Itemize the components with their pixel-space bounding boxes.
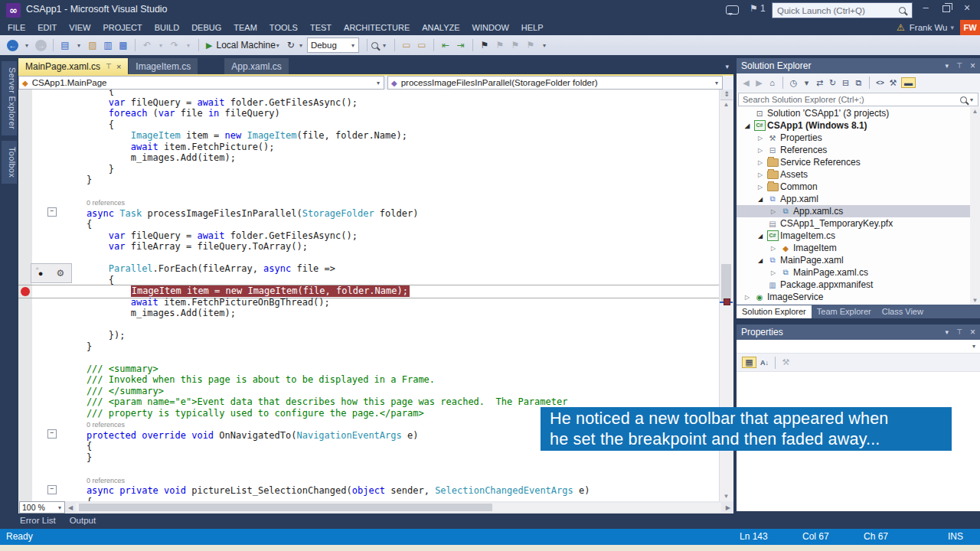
next-bookmark-icon[interactable]: ⚑	[510, 40, 521, 51]
code-line[interactable]: foreach (var file in fileQuery)	[18, 108, 720, 119]
scroll-down-icon[interactable]: ▼	[970, 297, 980, 304]
breakpoint-icon[interactable]	[21, 287, 30, 296]
scroll-up-icon[interactable]: ▲	[720, 101, 733, 108]
window-position-dropdown-icon[interactable]: ▾	[946, 328, 949, 336]
quick-launch-input[interactable]: Quick Launch (Ctrl+Q)	[772, 2, 913, 18]
menu-architecture[interactable]: ARCHITECTURE	[338, 20, 416, 35]
tool-tab-toolbox[interactable]: Toolbox	[2, 141, 17, 184]
code-line[interactable]: async private void pictureList_Selection…	[18, 485, 720, 497]
redo-dropdown-icon[interactable]: ▾	[183, 42, 194, 49]
code-line[interactable]: }	[18, 164, 720, 175]
document-tab-app.xaml.cs[interactable]: App.xaml.cs	[224, 58, 288, 74]
close-icon[interactable]: ×	[970, 60, 975, 71]
open-file-icon[interactable]: ▨	[87, 40, 98, 51]
scroll-right-icon[interactable]: ▶	[723, 504, 733, 511]
solution-explorer-title-bar[interactable]: Solution Explorer ▾ ⊤ ×	[737, 58, 980, 73]
outline-collapse-box[interactable]: −	[47, 485, 57, 494]
expanded-arrow-icon[interactable]: ◢	[741, 122, 753, 129]
toolbar-overflow-icon[interactable]: ▾	[539, 42, 550, 49]
tree-item-imageservice[interactable]: ▷◉ImageService	[737, 291, 980, 303]
scroll-up-icon[interactable]: ▲	[970, 108, 980, 115]
code-line[interactable]: var fileQuery = await folder.GetFilesAsy…	[18, 230, 720, 242]
collapsed-arrow-icon[interactable]: ▷	[767, 245, 779, 252]
bookmark-icon[interactable]: ⚑	[479, 40, 490, 51]
collapsed-arrow-icon[interactable]: ▷	[754, 159, 766, 166]
panel-tab-class-view[interactable]: Class View	[877, 305, 929, 318]
collapse-all-icon[interactable]: ⊟	[841, 78, 851, 88]
tree-item-service-references[interactable]: ▷Service References	[737, 156, 980, 168]
code-line[interactable]: await item.FetchPicture();	[18, 142, 720, 153]
zoom-selector[interactable]: 100 % ▾	[19, 501, 65, 514]
code-line[interactable]: /// <param name="e">Event data that desc…	[18, 396, 720, 408]
code-line[interactable]: }	[18, 174, 720, 186]
start-debugging-button[interactable]: ▶Local Machine▾	[206, 40, 280, 51]
menu-debug[interactable]: DEBUG	[185, 20, 227, 35]
code-line[interactable]: await item.FetchPictureOnBgThread();	[18, 297, 720, 308]
menu-tools[interactable]: TOOLS	[263, 20, 304, 35]
warning-icon[interactable]: ⚠	[897, 22, 905, 33]
configuration-dropdown[interactable]: Debug▾	[307, 37, 359, 53]
tree-item-mainpage-xaml-cs[interactable]: ▷⧉MainPage.xaml.cs	[737, 266, 980, 279]
menu-edit[interactable]: EDIT	[31, 20, 63, 35]
tree-item-common[interactable]: ▷Common	[737, 181, 980, 193]
clear-bookmarks-icon[interactable]: ⚑	[525, 40, 536, 51]
alphabetical-icon[interactable]: A↓	[760, 359, 769, 367]
split-editor-handle[interactable]: ⇕	[720, 90, 733, 100]
menu-team[interactable]: TEAM	[227, 20, 263, 35]
method-dropdown[interactable]: ◆ processImageFilesInParallel(StorageFol…	[387, 76, 723, 90]
properties-icon[interactable]: ⚒	[888, 78, 898, 88]
document-tab-imageitem.cs[interactable]: ImageItem.cs	[129, 58, 198, 74]
tree-item-references[interactable]: ▷⊟References	[737, 144, 980, 156]
code-line[interactable]: var fileArray = fileQuery.ToArray();	[18, 241, 720, 253]
collapsed-arrow-icon[interactable]: ▷	[754, 147, 766, 154]
window-position-dropdown-icon[interactable]: ▾	[946, 62, 949, 70]
notifications-flag-icon[interactable]: ⚑ 1	[750, 3, 766, 14]
pending-changes-filter-icon[interactable]: ◷	[789, 78, 799, 88]
preview-selected-items-icon[interactable]: ▬	[901, 77, 916, 88]
collapsed-arrow-icon[interactable]: ▷	[754, 135, 766, 142]
user-dropdown-icon[interactable]: ▾	[950, 24, 954, 31]
tree-item-solution-csapp1-3-projects-[interactable]: ⊡Solution 'CSApp1' (3 projects)	[737, 107, 980, 119]
code-line[interactable]: async Task processImageFilesInParallel(S…	[18, 208, 720, 220]
tree-item-csapp1-temporarykey-pfx[interactable]: ▤CSApp1_TemporaryKey.pfx	[737, 217, 980, 230]
gear-icon[interactable]: ⚙	[57, 268, 65, 279]
collapsed-arrow-icon[interactable]: ▷	[741, 294, 753, 301]
save-icon[interactable]: ▥	[103, 40, 113, 51]
code-line[interactable]: m_images.Add(item);	[18, 308, 720, 319]
codelens-references[interactable]: 0 references	[87, 421, 125, 429]
close-icon[interactable]: ×	[970, 327, 975, 337]
pin-icon[interactable]: ⊤	[106, 63, 112, 70]
menu-analyze[interactable]: ANALYZE	[416, 20, 466, 35]
panel-tab-solution-explorer[interactable]: Solution Explorer	[737, 305, 812, 318]
refresh-icon[interactable]: ↻	[828, 78, 838, 88]
view-code-icon[interactable]: <>	[875, 79, 885, 86]
indent-increase-icon[interactable]: ⇥	[456, 40, 466, 51]
menu-help[interactable]: HELP	[515, 20, 550, 35]
breakpoint-settings-icon[interactable]: ●	[38, 269, 44, 278]
feedback-icon[interactable]	[726, 5, 739, 15]
code-line[interactable]	[18, 463, 720, 474]
undo-icon[interactable]: ↶	[142, 40, 152, 51]
code-line[interactable]	[18, 253, 720, 264]
codelens-references[interactable]: 0 references	[87, 477, 125, 484]
tree-item-package-appxmanifest[interactable]: ▥Package.appxmanifest	[737, 279, 980, 291]
filter-dropdown-icon[interactable]: ▾	[802, 78, 812, 88]
expanded-arrow-icon[interactable]: ◢	[754, 257, 766, 264]
solution-configurations-icon[interactable]: ▭	[416, 40, 427, 51]
code-line[interactable]: m_images.Add(item);	[18, 152, 720, 164]
tree-item-mainpage-xaml[interactable]: ◢⧉MainPage.xaml	[737, 254, 980, 266]
tool-tab-server-explorer[interactable]: Server Explorer	[2, 61, 17, 135]
chevron-down-icon[interactable]: ▾	[299, 42, 302, 49]
restore-button[interactable]	[936, 0, 956, 17]
code-line[interactable]: {	[18, 275, 720, 286]
new-file-dropdown-icon[interactable]: ▾	[74, 42, 84, 49]
expanded-arrow-icon[interactable]: ◢	[754, 233, 766, 240]
navigate-forward-icon[interactable]: ▶	[754, 78, 764, 88]
code-line[interactable]: 0 references	[18, 197, 720, 208]
document-list-dropdown-icon[interactable]: ▾	[725, 63, 729, 70]
code-line[interactable]: });	[18, 330, 720, 341]
menu-project[interactable]: PROJECT	[96, 20, 148, 35]
codelens-references[interactable]: 0 references	[87, 199, 125, 207]
code-line[interactable]: var fileQuery = await folder.GetFilesAsy…	[18, 97, 720, 109]
collapsed-arrow-icon[interactable]: ▷	[754, 184, 766, 191]
